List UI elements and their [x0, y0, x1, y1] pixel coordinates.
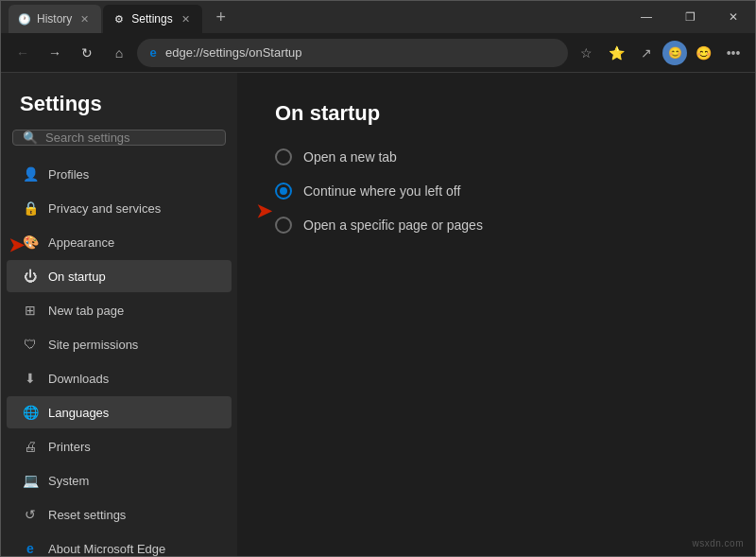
favorites-button[interactable]: ☆ — [572, 39, 600, 67]
languages-icon: 🌐 — [22, 404, 39, 421]
minimize-button[interactable]: — — [625, 1, 668, 33]
privacy-icon: 🔒 — [22, 200, 39, 217]
sidebar-item-system[interactable]: 💻 System — [7, 464, 232, 496]
radio-label-specific: Open a specific page or pages — [303, 218, 483, 233]
tab-settings[interactable]: ⚙ Settings ✕ — [103, 5, 201, 33]
radio-option-continue[interactable]: Continue where you left off — [275, 183, 717, 200]
sidebar-item-sitepermissions[interactable]: 🛡 Site permissions — [7, 328, 232, 360]
radio-label-newtab: Open a new tab — [303, 149, 397, 165]
watermark: wsxdn.com — [692, 538, 744, 548]
sidebar-item-system-label: System — [48, 474, 89, 488]
radio-circle-continue[interactable] — [275, 183, 292, 200]
sidebar-item-privacy[interactable]: 🔒 Privacy and services — [7, 192, 232, 224]
sidebar-item-downloads[interactable]: ⬇ Downloads — [7, 362, 232, 394]
sidebar-item-reset[interactable]: ↺ Reset settings — [7, 498, 232, 531]
radio-circle-specific[interactable] — [275, 217, 292, 234]
sidebar-item-profiles-label: Profiles — [48, 167, 89, 182]
sidebar-item-languages-label: Languages — [48, 406, 109, 420]
radio-label-continue: Continue where you left off — [303, 183, 460, 199]
downloads-icon: ⬇ — [22, 370, 39, 387]
search-icon: 🔍 — [23, 131, 38, 145]
close-button[interactable]: ✕ — [712, 1, 755, 33]
sidebar-item-printers[interactable]: 🖨 Printers — [7, 430, 232, 462]
forward-button[interactable]: → — [41, 39, 69, 67]
address-bar: ← → ↻ ⌂ e edge://settings/onStartup ☆ ⭐ … — [1, 33, 755, 73]
about-edge-icon: e — [22, 540, 39, 556]
sidebar-item-sitepermissions-label: Site permissions — [48, 338, 138, 352]
printers-icon: 🖨 — [22, 438, 39, 455]
sidebar-item-appearance-label: Appearance — [48, 235, 114, 250]
address-input-wrap[interactable]: e edge://settings/onStartup — [137, 39, 568, 67]
new-tab-button[interactable]: + — [208, 4, 234, 30]
reset-icon: ↺ — [22, 506, 39, 523]
appearance-icon: 🎨 — [22, 234, 39, 251]
collections-button[interactable]: ⭐ — [602, 39, 630, 67]
settings-tab-label: Settings — [131, 12, 172, 26]
radio-circle-newtab[interactable] — [275, 148, 292, 165]
sidebar-item-about-label: About Microsoft Edge — [48, 542, 165, 556]
window-controls: — ❐ ✕ — [625, 1, 755, 33]
sidebar: Settings 🔍 👤 Profiles 🔒 Privacy and serv… — [1, 73, 237, 556]
sidebar-item-appearance[interactable]: 🎨 Appearance — [7, 226, 232, 258]
sitepermissions-icon: 🛡 — [22, 336, 39, 353]
main-panel: On startup Open a new tab Continue where… — [237, 73, 755, 556]
sidebar-item-newtab[interactable]: ⊞ New tab page — [7, 294, 232, 326]
address-text: edge://settings/onStartup — [165, 45, 302, 60]
history-tab-close[interactable]: ✕ — [77, 12, 92, 26]
sidebar-item-downloads-label: Downloads — [48, 372, 109, 386]
settings-tab-icon: ⚙ — [112, 12, 126, 26]
more-button[interactable]: ••• — [719, 39, 747, 67]
page-title: On startup — [275, 101, 717, 126]
history-tab-label: History — [37, 12, 72, 26]
search-input[interactable] — [45, 131, 215, 145]
radio-option-newtab[interactable]: Open a new tab — [275, 148, 717, 165]
radio-option-specific[interactable]: Open a specific page or pages — [275, 217, 717, 234]
maximize-button[interactable]: ❐ — [668, 1, 712, 33]
settings-tab-close[interactable]: ✕ — [179, 12, 193, 26]
sidebar-item-about[interactable]: e About Microsoft Edge — [7, 532, 232, 556]
sidebar-item-onstartup[interactable]: ⏻ On startup — [7, 260, 232, 292]
onstartup-icon: ⏻ — [22, 268, 39, 285]
settings-title: Settings — [1, 73, 237, 130]
emoji-button[interactable]: 😊 — [689, 39, 717, 67]
edge-logo-icon: e — [146, 46, 160, 60]
sidebar-item-privacy-label: Privacy and services — [48, 201, 161, 216]
back-button[interactable]: ← — [9, 39, 37, 67]
profile-button[interactable]: 😊 — [662, 41, 687, 65]
profiles-icon: 👤 — [22, 165, 39, 183]
newtab-icon: ⊞ — [22, 302, 39, 319]
sidebar-item-reset-label: Reset settings — [48, 508, 126, 522]
tab-area: 🕐 History ✕ ⚙ Settings ✕ + — [1, 1, 625, 33]
title-bar: 🕐 History ✕ ⚙ Settings ✕ + — ❐ ✕ — [1, 1, 755, 33]
content-area: Settings 🔍 👤 Profiles 🔒 Privacy and serv… — [1, 73, 755, 556]
history-tab-icon: 🕐 — [18, 12, 31, 26]
sidebar-item-onstartup-label: On startup — [48, 270, 106, 284]
share-button[interactable]: ↗ — [632, 39, 661, 67]
refresh-button[interactable]: ↻ — [73, 39, 101, 67]
sidebar-item-newtab-label: New tab page — [48, 304, 124, 318]
sidebar-item-profiles[interactable]: 👤 Profiles — [7, 158, 232, 190]
sidebar-item-printers-label: Printers — [48, 440, 91, 454]
search-box[interactable]: 🔍 — [12, 130, 226, 146]
system-icon: 💻 — [22, 472, 39, 489]
option-group: Open a new tab Continue where you left o… — [275, 148, 717, 234]
toolbar-icons: ☆ ⭐ ↗ 😊 😊 ••• — [572, 39, 747, 67]
tab-history[interactable]: 🕐 History ✕ — [9, 5, 101, 33]
sidebar-item-languages[interactable]: 🌐 Languages — [7, 396, 232, 428]
home-button[interactable]: ⌂ — [105, 39, 133, 67]
